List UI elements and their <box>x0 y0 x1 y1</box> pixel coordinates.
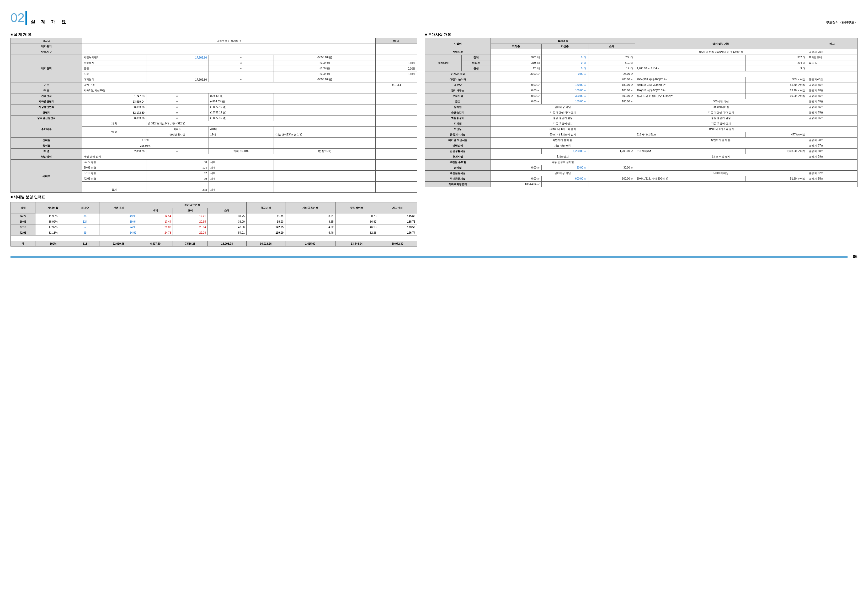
area-row: 29.6538.99%12459.9417.4420.6538.0998.033… <box>11 219 417 224</box>
page-title: 설 계 개 요 <box>31 19 68 25</box>
footer-bar <box>11 256 848 258</box>
facility-row: 아파트310. 대0. 대310. 대294 대별표 2. <box>425 61 857 66</box>
facility-row: 문고0.00 ㎡180.00 ㎡180.00 ㎡300세대 이상규정 제 55조 <box>425 99 857 104</box>
facility-row: 난방방식개별 난방 방식규정 제 37조 <box>425 143 857 149</box>
facility-row: 보육시설0.00 ㎡300.00 ㎡300.00 ㎡상시 21명 이상(1인당 … <box>425 93 857 99</box>
facilities-table: 시설명 설치계획 법정 설치 계획 비고 지하층지상층소계 진입도로500세대 … <box>425 38 857 187</box>
facility-row: 휴게시설1개소설치1개소 이상 설치규정 제 29조 <box>425 154 857 160</box>
facility-row: 화물승강기승용 승강기 겸용승용 승강기 겸용규정 제 15조 <box>425 115 857 121</box>
facility-row: 주차대수전체322. 대0. 대322. 대302 대주차장조례 <box>425 55 857 61</box>
facility-row: 기계,전기실25.00 ㎡0.00 ㎡25.00 ㎡ <box>425 72 857 77</box>
facility-row: 어린이 놀이터400.00 ㎡200+(318 세대-100)X0.7=353 … <box>425 77 857 82</box>
struct-type: 구조형식〈라멘구조〉 <box>826 20 857 25</box>
facility-row: 경비실0.00 ㎡30.00 ㎡30.00 ㎡ <box>425 165 857 171</box>
facility-row: 보안등50m이내 1개소씩 설치50m이내 1개소씩 설치 <box>425 126 857 132</box>
facility-row: 지하주차장면적13,544.04 ㎡ <box>425 182 857 187</box>
section-facilities: ■ 부대시설 개요 <box>425 32 857 37</box>
area-row: 37.1017.92%5774.9921.8225.8447.66122.654… <box>11 224 417 230</box>
facility-row: 근생12. 대0. 대12. 대1,200.00 ㎡ / 134 =9 대 <box>425 66 857 72</box>
facility-row: 주민운동시설설치대상 아님.500세대이상규정 제 52조 <box>425 171 857 176</box>
facility-row: 우편물 수취함각동 입구에 설치함 <box>425 160 857 165</box>
facility-row: 진입도로500세대 이상 1000세대 미만 12m이상규정 제 25조 <box>425 49 857 55</box>
design-overview-table: 공사명공동주택 신축계획안비 고 대지위치 지역,지구 대지면적 사업부지면적1… <box>11 38 417 193</box>
facility-row: 승용승강기각동 계단실 마다 설치각동 계단실 마다 설치규정 제 15조 <box>425 110 857 115</box>
area-row: 42.0531.13%9984.9924.7329.2854.01139.005… <box>11 230 417 235</box>
area-table: 평형 세대비율 세대수 전용면적 주거공유면적 공급면적 기타공용면적 주차장면… <box>11 202 417 247</box>
section-design-overview: ■ 설 계 개 요 <box>11 32 417 37</box>
area-row: 24.7211.95%3849.9614.5417.2131.7581.713.… <box>11 213 417 219</box>
footer-page-num: 06 <box>853 254 857 259</box>
facility-row: 주민공동시설0.00 ㎡600.00 ㎡600.00 ㎡50+0.1(318. … <box>425 176 857 182</box>
facility-row: 경로당0.00 ㎡180.00 ㎡180.00 ㎡50+(318 세대-300)… <box>425 82 857 88</box>
facility-row: 폐기물 보관시설적법하게 설치 함.적법하게 설치 함.규정 제 38조 <box>425 138 857 143</box>
facility-row: 유치원설치대상 아님.2000세대이상규정 제 55조 <box>425 104 857 110</box>
section-area-table: ■ 세대별 분양 면적표 <box>11 195 417 199</box>
page-num-prefix: 0 <box>11 11 17 25</box>
facility-row: 공동저수시설50m이내 1개소씩 설치318 세대x1.5ton=477 ton… <box>425 132 857 138</box>
facility-row: 근린생활시설1,200.00 ㎡1,200.00 ㎡318 세대x6=1,908… <box>425 149 857 154</box>
facility-row: 피뢰침각동 옥탑에 설치각동 옥탑에 설치 <box>425 121 857 126</box>
page-num-main: 2 <box>17 11 27 25</box>
facility-row: 관리사무소0.00 ㎡100.00 ㎡100.00 ㎡10+(318 세대-50… <box>425 88 857 93</box>
